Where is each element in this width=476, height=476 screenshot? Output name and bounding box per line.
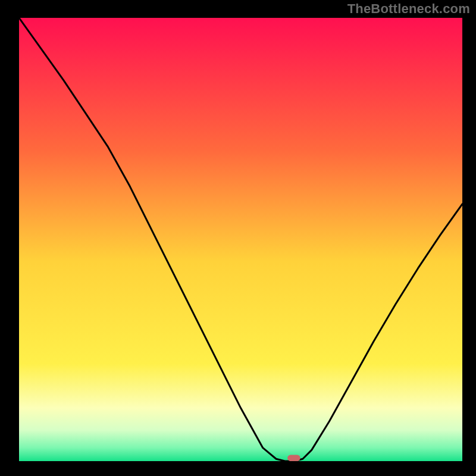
watermark-text: TheBottleneck.com <box>347 1 470 17</box>
bottleneck-curve-chart <box>19 18 462 461</box>
plot-area <box>19 18 462 461</box>
chart-container: TheBottleneck.com <box>0 0 476 476</box>
optimal-point-marker <box>287 455 300 461</box>
gradient-background <box>19 18 462 461</box>
